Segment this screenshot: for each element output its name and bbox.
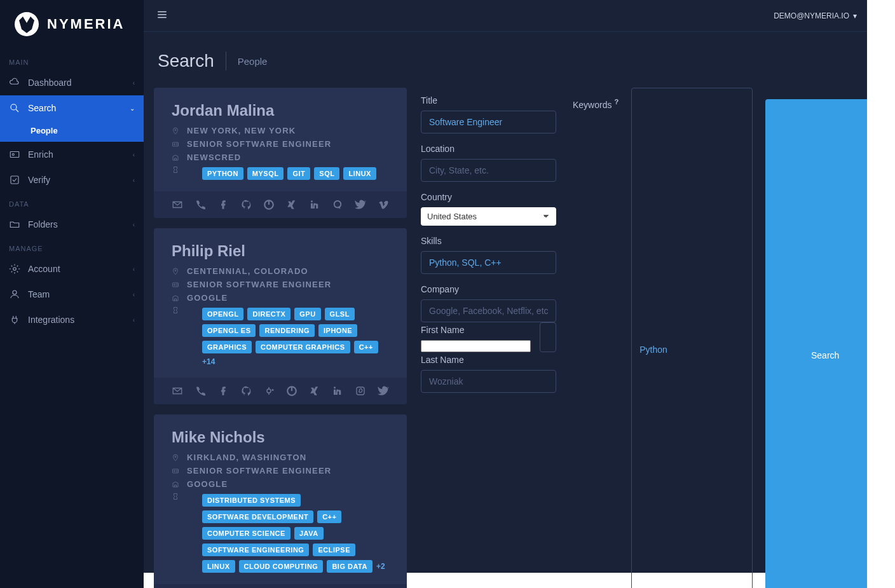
country-select[interactable]: United States — [421, 207, 556, 226]
skill-tag[interactable]: JAVA — [294, 527, 324, 540]
xing-icon[interactable] — [309, 385, 320, 397]
linkedin-icon[interactable] — [332, 385, 343, 397]
card-footer — [154, 378, 407, 404]
skill-tag[interactable]: LINUX — [343, 167, 376, 180]
skill-tag[interactable]: IPHONE — [318, 324, 357, 337]
skill-tag[interactable]: CLOUD COMPUTING — [239, 560, 324, 573]
svg-point-11 — [334, 201, 341, 208]
quora-icon[interactable] — [332, 199, 343, 210]
pin-icon — [172, 454, 179, 462]
skill-tag[interactable]: BIG DATA — [327, 560, 372, 573]
phone-icon[interactable] — [195, 199, 206, 210]
sidebar-item-account[interactable]: Account ‹ — [0, 256, 144, 282]
gear-icon — [9, 263, 20, 275]
phone-icon[interactable] — [195, 385, 206, 397]
github-icon[interactable] — [240, 199, 252, 210]
sidebar-item-folders[interactable]: Folders ‹ — [0, 212, 144, 237]
svg-rect-13 — [173, 283, 179, 287]
info-text: SENIOR SOFTWARE ENGINEER — [187, 139, 331, 149]
person-name[interactable]: Jordan Malina — [172, 102, 389, 120]
facebook-icon[interactable] — [217, 199, 229, 210]
sidebar-item-team[interactable]: Team ‹ — [0, 282, 144, 307]
skill-tag[interactable]: GRAPHICS — [202, 341, 252, 353]
skills-more[interactable]: +14 — [202, 357, 215, 366]
help-icon[interactable]: ? — [614, 98, 618, 106]
info-text: CENTENNIAL, COLORADO — [187, 266, 308, 276]
label-firstname: First Name — [421, 325, 531, 335]
skill-tag[interactable]: C++ — [317, 510, 341, 523]
keywords-input[interactable] — [631, 88, 753, 588]
hamburger-icon[interactable] — [156, 9, 168, 23]
info-text: SENIOR SOFTWARE ENGINEER — [187, 466, 331, 475]
sidebar-item-integrations[interactable]: Integrations ‹ — [0, 307, 144, 332]
bell-icon[interactable] — [871, 10, 882, 22]
sidebar-subitem-people[interactable]: People — [0, 121, 144, 142]
label-country: Country — [421, 192, 556, 202]
company-input[interactable] — [421, 299, 556, 322]
chevron-down-icon: ⌄ — [130, 105, 135, 112]
email-icon[interactable] — [172, 385, 183, 397]
skill-tag[interactable]: RENDERING — [259, 324, 315, 337]
sidebar-item-search[interactable]: Search ⌄ — [0, 95, 144, 121]
googleplus-icon[interactable] — [263, 385, 275, 397]
firstname-input[interactable] — [540, 322, 556, 352]
topbar: DEMO@NYMERIA.IO ▾ — [144, 0, 895, 32]
skill-tag[interactable]: OPENGL ES — [202, 324, 256, 337]
github-icon[interactable] — [240, 385, 252, 397]
skills-more[interactable]: +2 — [376, 562, 385, 571]
result-card: Jordan MalinaNEW YORK, NEW YORKSENIOR SO… — [154, 88, 407, 218]
twitter-icon[interactable] — [378, 385, 389, 397]
results-list: Jordan MalinaNEW YORK, NEW YORKSENIOR SO… — [154, 88, 407, 588]
page-title: Search — [158, 51, 214, 71]
skill-tag[interactable]: PYTHON — [202, 167, 243, 180]
filter-panel: Title Location Country United States Ski… — [420, 88, 560, 588]
skill-tag[interactable]: GLSL — [325, 308, 355, 320]
sidebar-item-dashboard[interactable]: Dashboard ‹ — [0, 70, 144, 95]
lastname-input[interactable] — [421, 370, 556, 393]
skill-tag[interactable]: GPU — [294, 308, 320, 320]
user-menu[interactable]: DEMO@NYMERIA.IO ▾ — [774, 11, 857, 20]
person-name[interactable]: Philip Riel — [172, 242, 389, 260]
skill-tag[interactable]: OPENGL — [202, 308, 243, 320]
person-name[interactable]: Mike Nichols — [172, 428, 389, 446]
skill-tag[interactable]: SQL — [314, 167, 339, 180]
location-input[interactable] — [421, 159, 556, 182]
sidebar-item-label: Folders — [28, 219, 58, 229]
skill-tag[interactable]: COMPUTER GRAPHICS — [256, 341, 350, 353]
info-text: KIRKLAND, WASHINGTON — [187, 453, 306, 462]
gravatar-icon[interactable] — [263, 199, 275, 210]
skill-tag[interactable]: DISTRIBUTED SYSTEMS — [202, 494, 301, 507]
skill-tag[interactable]: COMPUTER SCIENCE — [202, 527, 290, 540]
skill-tag[interactable]: SOFTWARE ENGINEERING — [202, 544, 309, 556]
plug-icon — [9, 314, 20, 325]
title-input[interactable] — [421, 111, 556, 133]
facebook-icon[interactable] — [217, 385, 229, 397]
skill-tag[interactable]: LINUX — [202, 560, 235, 573]
skill-tag[interactable]: GIT — [287, 167, 310, 180]
skills-input[interactable] — [421, 251, 556, 274]
sidebar-item-verify[interactable]: Verify ‹ — [0, 167, 144, 193]
skill-tag[interactable]: DIRECTX — [247, 308, 290, 320]
email-icon[interactable] — [172, 199, 183, 210]
xing-icon[interactable] — [286, 199, 297, 210]
sidebar-item-enrich[interactable]: Enrich ‹ — [0, 142, 144, 167]
chevron-left-icon: ‹ — [133, 317, 135, 324]
gravatar-icon[interactable] — [286, 385, 297, 397]
firstname-input[interactable] — [421, 340, 531, 352]
vimeo-icon[interactable] — [378, 199, 389, 210]
ribbon-icon — [172, 166, 179, 174]
check-icon — [9, 174, 20, 186]
skill-tag[interactable]: ECLIPSE — [313, 544, 355, 556]
skill-tag[interactable]: MYSQL — [247, 167, 284, 180]
skill-tag[interactable]: SOFTWARE DEVELOPMENT — [202, 510, 313, 523]
skill-tag[interactable]: C++ — [354, 341, 378, 353]
sidebar: NYMERIA MAIN Dashboard ‹ Search ⌄ People… — [0, 0, 144, 588]
svg-rect-4 — [11, 176, 18, 184]
info-text: SENIOR SOFTWARE ENGINEER — [187, 280, 331, 289]
pinterest-icon[interactable] — [355, 385, 366, 397]
search-button[interactable]: Search — [765, 99, 885, 588]
main: Search People Jordan MalinaNEW YORK, NEW… — [144, 32, 895, 588]
sidebar-item-label: Enrich — [28, 149, 53, 160]
linkedin-icon[interactable] — [309, 199, 320, 210]
twitter-icon[interactable] — [355, 199, 366, 210]
